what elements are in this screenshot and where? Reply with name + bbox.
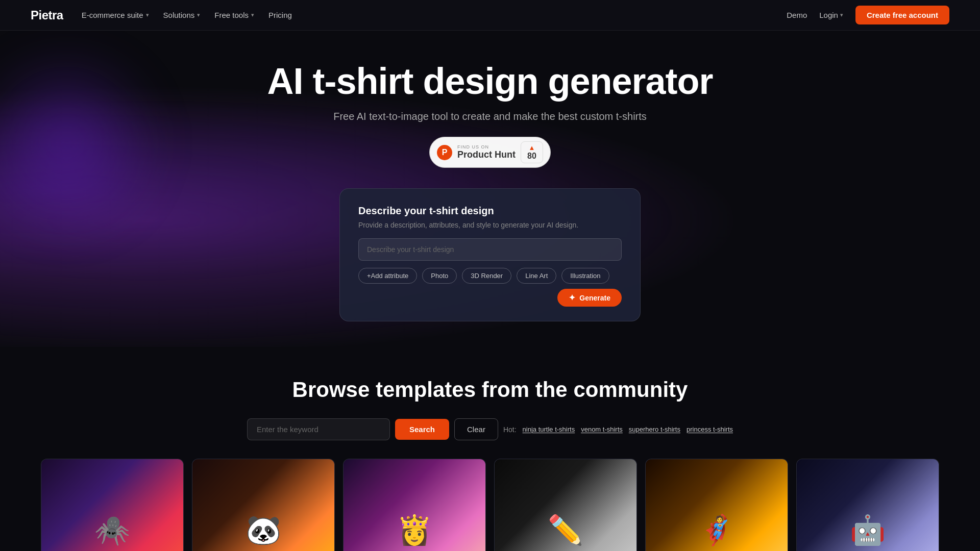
3d-render-tag-button[interactable]: 3D Render: [462, 268, 511, 284]
product-hunt-find-text: FIND US ON: [457, 144, 516, 149]
generator-subtitle: Provide a description, attributes, and s…: [358, 221, 622, 229]
design-input[interactable]: [358, 238, 622, 261]
template-image: 🦸: [646, 459, 788, 551]
template-image-wrap: 🦸: [646, 459, 788, 551]
generate-button[interactable]: ✦ Generate: [557, 289, 622, 307]
product-hunt-text-group: FIND US ON Product Hunt: [457, 144, 516, 160]
template-image: 👸: [344, 459, 485, 551]
illustration-tag-button[interactable]: Illustration: [561, 268, 609, 284]
template-card[interactable]: 🦸 digital art, superhero art, disney-pix…: [645, 459, 788, 551]
logo[interactable]: Pietra: [31, 8, 63, 22]
hot-label: Hot:: [503, 425, 517, 434]
nav-left: Pietra E-commerce suite ▾ Solutions ▾ Fr…: [31, 8, 292, 22]
template-card[interactable]: ✏️ pencil drawing of a beautiful young p…: [494, 459, 637, 551]
browse-title: Browse templates from the community: [41, 378, 939, 402]
hot-tag-superhero[interactable]: superhero t-shirts: [629, 425, 680, 433]
photo-tag-button[interactable]: Photo: [422, 268, 457, 284]
nav-links: E-commerce suite ▾ Solutions ▾ Free tool…: [82, 11, 292, 19]
nav-free-tools[interactable]: Free tools ▾: [214, 11, 254, 19]
template-image: ✏️: [495, 459, 636, 551]
product-hunt-icon: P: [437, 145, 452, 160]
upvote-icon: ▲: [529, 144, 535, 152]
search-button[interactable]: Search: [395, 419, 449, 440]
template-image: 🐼: [192, 459, 334, 551]
hot-tag-venom[interactable]: venom t-shirts: [581, 425, 623, 433]
product-hunt-name: Product Hunt: [457, 149, 516, 160]
keyword-search-input[interactable]: [247, 418, 390, 440]
template-card[interactable]: 🐼 venom. Killer panda with red eyes, wit…: [192, 459, 335, 551]
generator-actions: +Add attribute Photo 3D Render Line Art …: [358, 268, 622, 307]
template-card[interactable]: 👸 venom. Ginger-haired little princess i…: [343, 459, 486, 551]
template-card[interactable]: 🕷️ spiderman vs venom,very epic,photorea…: [41, 459, 184, 551]
generator-card: Describe your t-shirt design Provide a d…: [339, 188, 641, 321]
chevron-down-icon: ▾: [251, 12, 254, 18]
template-image-wrap: 👸: [344, 459, 485, 551]
create-account-button[interactable]: Create free account: [855, 6, 949, 24]
line-art-tag-button[interactable]: Line Art: [517, 268, 556, 284]
nav-right: Demo Login ▾ Create free account: [787, 6, 949, 24]
hot-tag-ninja[interactable]: ninja turtle t-shirts: [523, 425, 575, 433]
nav-solutions[interactable]: Solutions ▾: [163, 11, 201, 19]
template-image-wrap: 🕷️: [41, 459, 183, 551]
hero-subtitle: Free AI text-to-image tool to create and…: [333, 111, 647, 122]
template-image-wrap: 🐼: [192, 459, 334, 551]
hero-section: AI t-shirt design generator Free AI text…: [0, 31, 980, 347]
product-hunt-badge[interactable]: P FIND US ON Product Hunt ▲ 80: [429, 137, 551, 168]
nav-ecommerce[interactable]: E-commerce suite ▾: [82, 11, 149, 19]
sparkle-icon: ✦: [569, 293, 575, 303]
browse-section: Browse templates from the community Sear…: [0, 347, 980, 551]
chevron-down-icon: ▾: [840, 12, 843, 18]
template-image: 🕷️: [41, 459, 183, 551]
chevron-down-icon: ▾: [197, 12, 200, 18]
nav-pricing[interactable]: Pricing: [268, 11, 292, 19]
navigation: Pietra E-commerce suite ▾ Solutions ▾ Fr…: [0, 0, 980, 31]
login-button[interactable]: Login ▾: [819, 11, 843, 19]
product-hunt-score: ▲ 80: [521, 141, 543, 163]
search-row: Search Clear Hot: ninja turtle t-shirts …: [41, 418, 939, 440]
product-hunt-score-num: 80: [527, 152, 536, 161]
generator-title: Describe your t-shirt design: [358, 205, 622, 217]
template-image: 🤖: [797, 459, 939, 551]
add-attribute-button[interactable]: +Add attribute: [358, 268, 417, 284]
template-image-wrap: 🤖: [797, 459, 939, 551]
template-image-wrap: ✏️: [495, 459, 636, 551]
template-grid: 🕷️ spiderman vs venom,very epic,photorea…: [41, 459, 939, 551]
chevron-down-icon: ▾: [146, 12, 149, 18]
demo-button[interactable]: Demo: [787, 11, 807, 19]
clear-button[interactable]: Clear: [454, 418, 498, 440]
hero-title: AI t-shirt design generator: [267, 61, 713, 102]
hot-tags-row: Hot: ninja turtle t-shirts venom t-shirt…: [503, 425, 733, 434]
template-card[interactable]: 🤖 a super high-detailed and realistic im…: [796, 459, 939, 551]
hot-tag-princess[interactable]: princess t-shirts: [687, 425, 733, 433]
